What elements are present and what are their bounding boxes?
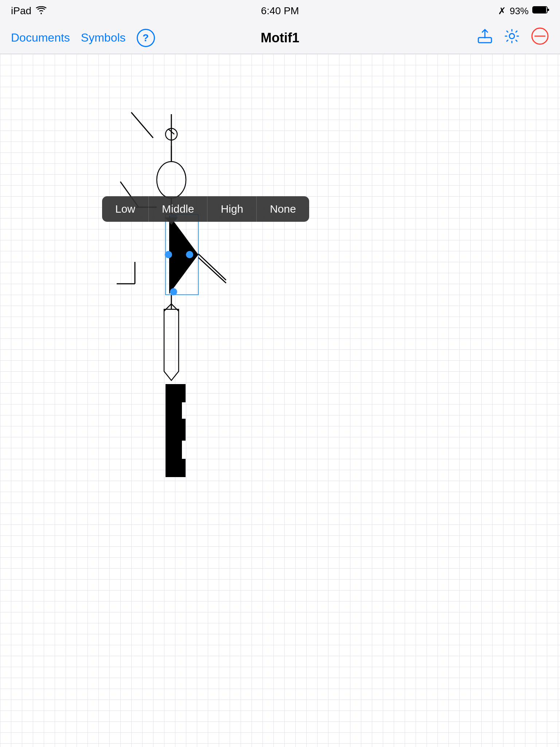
status-left: iPad — [11, 5, 47, 17]
popup-item-none[interactable]: None — [257, 196, 309, 222]
svg-rect-30 — [166, 402, 182, 419]
nav-right — [477, 27, 549, 49]
status-right: ✗ 93% — [498, 5, 549, 17]
nav-left: Documents Symbols ? — [11, 29, 155, 47]
popup-arrow — [165, 217, 178, 225]
popup-item-middle[interactable]: Middle — [149, 196, 207, 222]
svg-rect-3 — [478, 38, 491, 43]
svg-point-24 — [165, 251, 172, 258]
svg-line-28 — [198, 258, 226, 283]
diagram-svg — [0, 54, 560, 747]
symbols-link[interactable]: Symbols — [81, 31, 126, 44]
battery-icon — [532, 5, 549, 17]
status-time: 6:40 PM — [261, 5, 299, 17]
svg-marker-22 — [169, 255, 198, 294]
help-button[interactable]: ? — [137, 29, 155, 47]
export-icon[interactable] — [477, 28, 493, 47]
popup-item-high[interactable]: High — [207, 196, 257, 222]
svg-rect-32 — [166, 441, 182, 459]
popup-item-low[interactable]: Low — [102, 196, 149, 222]
svg-point-25 — [186, 251, 193, 258]
nav-title: Motif1 — [261, 30, 299, 46]
svg-rect-29 — [166, 384, 186, 402]
svg-rect-31 — [166, 419, 186, 441]
nav-bar: Documents Symbols ? Motif1 — [0, 22, 560, 54]
svg-line-27 — [198, 254, 226, 280]
svg-point-5 — [509, 34, 514, 39]
wifi-icon — [36, 5, 47, 17]
documents-link[interactable]: Documents — [11, 31, 70, 44]
svg-line-8 — [131, 112, 153, 138]
device-label: iPad — [11, 5, 31, 17]
status-bar: iPad 6:40 PM ✗ 93% — [0, 0, 560, 22]
settings-icon[interactable] — [504, 28, 520, 47]
battery-label: 93% — [510, 5, 529, 17]
svg-point-26 — [170, 288, 177, 295]
svg-rect-1 — [547, 9, 549, 11]
svg-point-12 — [157, 162, 186, 198]
canvas[interactable]: Low Middle High None — [0, 54, 560, 747]
bluetooth-icon: ✗ — [498, 5, 506, 17]
popup-menu: Low Middle High None — [102, 196, 309, 222]
cancel-icon[interactable] — [531, 27, 549, 49]
svg-rect-33 — [166, 459, 186, 477]
svg-rect-2 — [533, 7, 546, 13]
